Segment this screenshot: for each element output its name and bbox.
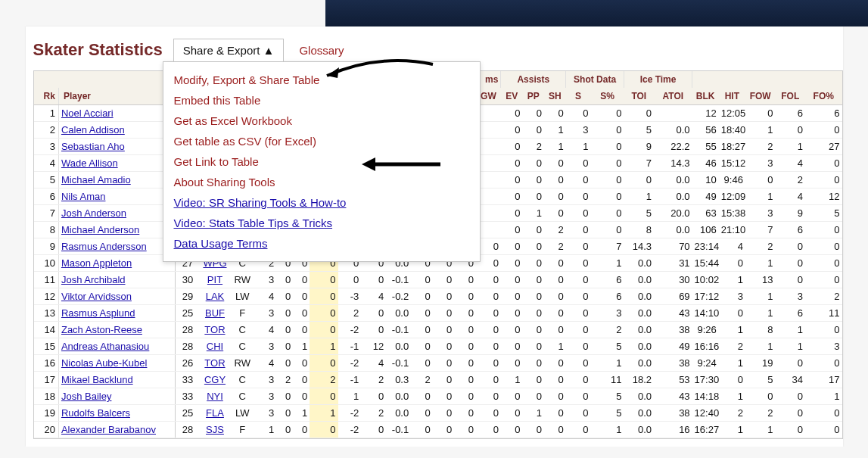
cell: 25 [175, 405, 200, 422]
cell: 19 [745, 355, 776, 372]
player-link[interactable]: Calen Addison [61, 124, 125, 136]
share-export-menu-item[interactable]: Data Usage Terms [174, 233, 469, 254]
cell: 0.0 [654, 188, 692, 205]
cell: 0 [411, 388, 433, 405]
share-export-menu-item[interactable]: About Sharing Tools [174, 172, 469, 192]
share-export-button[interactable]: Share & Export ▲ [173, 39, 285, 61]
cell: 0 [433, 372, 455, 388]
column-header[interactable]: S% [591, 88, 624, 105]
share-export-menu-item[interactable]: Get as Excel Workbook [174, 111, 469, 131]
player-link[interactable]: Josh Anderson [61, 207, 126, 219]
cell: Noel Acciari [58, 105, 175, 122]
player-link[interactable]: Rasmus Asplund [61, 307, 135, 319]
cell: 4 [775, 188, 805, 205]
cell: 0 [501, 388, 523, 405]
column-header[interactable]: FO% [805, 88, 842, 105]
cell: 0 [544, 305, 566, 322]
cell: 0 [501, 122, 523, 139]
player-link[interactable]: Wade Allison [61, 157, 118, 169]
share-export-menu-item[interactable]: Modify, Export & Share Table [174, 70, 469, 90]
player-link[interactable]: Zach Aston-Reese [61, 324, 142, 335]
share-export-menu-item[interactable]: Embed this Table [174, 90, 469, 111]
column-header[interactable]: TOI [624, 88, 655, 105]
column-header[interactable]: PP [522, 88, 544, 105]
column-header[interactable]: Rk [34, 88, 59, 105]
cell: 3 [255, 272, 277, 288]
cell: 1 [522, 205, 544, 222]
column-header[interactable]: ATOI [654, 88, 692, 105]
column-header[interactable]: BLK [692, 88, 719, 105]
team-link[interactable]: TOR [204, 324, 225, 335]
team-link[interactable]: CGY [204, 374, 226, 385]
team-link[interactable]: PIT [207, 274, 222, 285]
column-header[interactable]: Player [58, 88, 175, 105]
cell: 0 [566, 372, 591, 388]
player-link[interactable]: Rudolfs Balcers [61, 407, 130, 419]
cell: 0 [805, 405, 842, 422]
share-export-menu-item[interactable]: Get Link to Table [174, 151, 469, 172]
cell: 1 [745, 422, 776, 438]
player-link[interactable]: Josh Archibald [61, 274, 126, 285]
player-link[interactable]: Sebastian Aho [61, 141, 125, 152]
cell: 0 [544, 288, 566, 305]
team-link[interactable]: CHI [207, 341, 223, 352]
cell: TOR [200, 355, 230, 372]
cell: 4 [361, 288, 386, 305]
cell: 0 [544, 372, 566, 388]
column-group-header [34, 71, 176, 88]
cell: 13 [34, 305, 59, 322]
cell: 15 [34, 338, 59, 355]
column-header[interactable]: EV [501, 88, 523, 105]
cell: 38 [654, 405, 692, 422]
column-header[interactable]: FOL [775, 88, 805, 105]
cell: 16 [34, 355, 59, 372]
player-link[interactable]: Andreas Athanasiou [61, 341, 149, 352]
share-export-menu-item[interactable]: Video: SR Sharing Tools & How-to [174, 192, 469, 213]
cell: 5 [624, 122, 655, 139]
cell: 0 [454, 272, 476, 288]
cell: 0.0 [386, 405, 411, 422]
team-link[interactable]: BUF [205, 307, 225, 319]
cell: 0 [476, 288, 501, 305]
team-link[interactable]: NYI [207, 391, 223, 402]
cell: 69 [654, 288, 692, 305]
share-export-menu-item[interactable]: Get table as CSV (for Excel) [174, 131, 469, 151]
player-link[interactable]: Alexander Barabanov [61, 424, 156, 435]
cell: 0 [276, 422, 293, 438]
cell: 0 [501, 355, 523, 372]
team-link[interactable]: FLA [206, 407, 224, 419]
player-link[interactable]: Nicolas Aube-Kubel [61, 357, 147, 369]
cell: 0 [544, 272, 566, 288]
cell: 0 [522, 288, 544, 305]
cell: 0 [522, 255, 544, 272]
cell: 6 [591, 272, 624, 288]
cell: 0 [433, 405, 455, 422]
glossary-link[interactable]: Glossary [294, 44, 344, 57]
cell: LW [230, 288, 255, 305]
cell: 0 [476, 305, 501, 322]
table-row: 19Rudolfs Balcers25FLALW3011-220.0000001… [34, 405, 842, 422]
cell: 3 [775, 288, 805, 305]
column-header[interactable]: SH [544, 88, 566, 105]
player-link[interactable]: Michael Amadio [61, 174, 131, 185]
player-link[interactable]: Mikael Backlund [61, 374, 133, 385]
team-link[interactable]: SJS [206, 424, 224, 435]
player-link[interactable]: Josh Bailey [61, 391, 111, 402]
cell: 0 [566, 305, 591, 322]
team-link[interactable]: TOR [204, 357, 225, 369]
player-link[interactable]: Michael Anderson [61, 224, 139, 235]
column-header[interactable]: S [566, 88, 591, 105]
cell: -2 [338, 322, 362, 338]
player-link[interactable]: Noel Acciari [61, 107, 114, 119]
team-link[interactable]: LAK [206, 291, 225, 302]
share-export-menu-item[interactable]: Video: Stats Table Tips & Tricks [174, 213, 469, 233]
player-link[interactable]: Nils Aman [61, 191, 106, 202]
cell: 3 [255, 388, 277, 405]
player-link[interactable]: Mason Appleton [61, 257, 132, 269]
cell: 2 [338, 305, 362, 322]
cell: 0 [411, 355, 433, 372]
player-link[interactable]: Viktor Arvidsson [61, 291, 132, 302]
player-link[interactable]: Rasmus Andersson [61, 241, 147, 252]
column-header[interactable]: HIT [719, 88, 745, 105]
column-header[interactable]: FOW [745, 88, 776, 105]
